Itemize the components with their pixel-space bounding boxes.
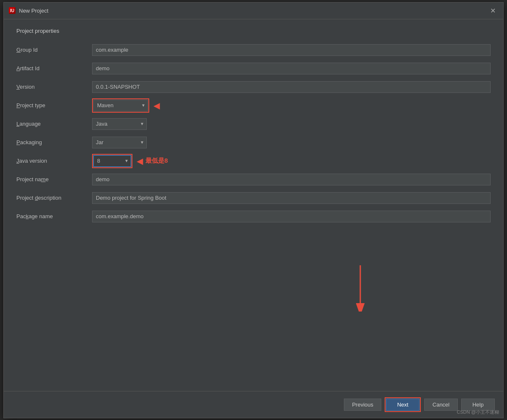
cancel-button[interactable]: Cancel — [424, 399, 458, 411]
java-version-annotation: 8 11 17 21 ▼ ◀ 最低是8 — [92, 154, 168, 168]
dialog-footer: Previous Next Cancel Help — [4, 391, 503, 418]
package-name-label: Package name — [16, 213, 92, 219]
java-version-annotation-text: 最低是8 — [145, 157, 168, 165]
dialog-title: New Project — [19, 8, 484, 14]
next-arrow-icon — [348, 261, 373, 312]
new-project-dialog: IU New Project ✕ Project properties Grou… — [3, 2, 504, 418]
project-name-input[interactable] — [92, 174, 491, 185]
next-button[interactable]: Next — [386, 399, 420, 411]
project-type-annotation-arrow: ◀ — [153, 101, 160, 110]
artifact-id-row: Artifact Id — [16, 61, 491, 76]
project-type-select[interactable]: Maven Gradle — [93, 100, 148, 111]
group-id-row: Group Id — [16, 42, 491, 58]
help-button[interactable]: Help — [461, 399, 495, 411]
language-select[interactable]: Java Kotlin Groovy — [92, 118, 147, 130]
version-label: Version — [16, 84, 92, 90]
project-name-label: Project name — [16, 176, 92, 182]
project-type-row: Project type Maven Gradle ▼ ◀ — [16, 98, 491, 113]
group-id-label: Group Id — [16, 47, 92, 53]
previous-button[interactable]: Previous — [344, 399, 381, 411]
package-name-row: Package name — [16, 209, 491, 224]
app-icon: IU — [9, 7, 16, 14]
java-version-select-wrapper: 8 11 17 21 ▼ — [93, 155, 131, 167]
language-row: Language Java Kotlin Groovy ▼ — [16, 116, 491, 132]
project-type-label: Project type — [16, 102, 92, 108]
packaging-label: Packaging — [16, 139, 92, 145]
dialog-content: Project properties Group Id Artifact Id … — [4, 19, 503, 391]
packaging-select[interactable]: Jar War — [92, 137, 147, 148]
project-type-highlight: Maven Gradle ▼ — [92, 98, 149, 113]
title-bar: IU New Project ✕ — [4, 3, 503, 19]
language-select-wrapper: Java Kotlin Groovy ▼ — [92, 118, 147, 130]
java-version-label: Java version — [16, 158, 92, 164]
version-input[interactable] — [92, 81, 491, 93]
section-title: Project properties — [16, 28, 491, 34]
close-button[interactable]: ✕ — [488, 6, 498, 16]
java-version-row: Java version 8 11 17 21 ▼ ◀ 最低是8 — [16, 153, 491, 169]
project-description-row: Project description — [16, 190, 491, 206]
version-row: Version — [16, 79, 491, 95]
language-label: Language — [16, 121, 92, 127]
packaging-select-wrapper: Jar War ▼ — [92, 137, 147, 148]
java-version-select[interactable]: 8 11 17 21 — [93, 155, 131, 167]
project-name-row: Project name — [16, 172, 491, 187]
project-description-input[interactable] — [92, 192, 491, 204]
group-id-input[interactable] — [92, 44, 491, 56]
package-name-input[interactable] — [92, 211, 491, 222]
artifact-id-input[interactable] — [92, 63, 491, 74]
next-button-highlight: Next — [385, 397, 421, 412]
bottom-spacer — [16, 227, 491, 312]
java-version-annotation-arrow: ◀ — [137, 157, 143, 165]
project-type-annotation: Maven Gradle ▼ ◀ — [92, 98, 160, 113]
artifact-id-label: Artifact Id — [16, 65, 92, 71]
project-description-label: Project description — [16, 195, 92, 201]
project-type-select-wrapper: Maven Gradle ▼ — [93, 100, 148, 111]
packaging-row: Packaging Jar War ▼ — [16, 135, 491, 150]
java-version-highlight: 8 11 17 21 ▼ — [92, 154, 132, 168]
